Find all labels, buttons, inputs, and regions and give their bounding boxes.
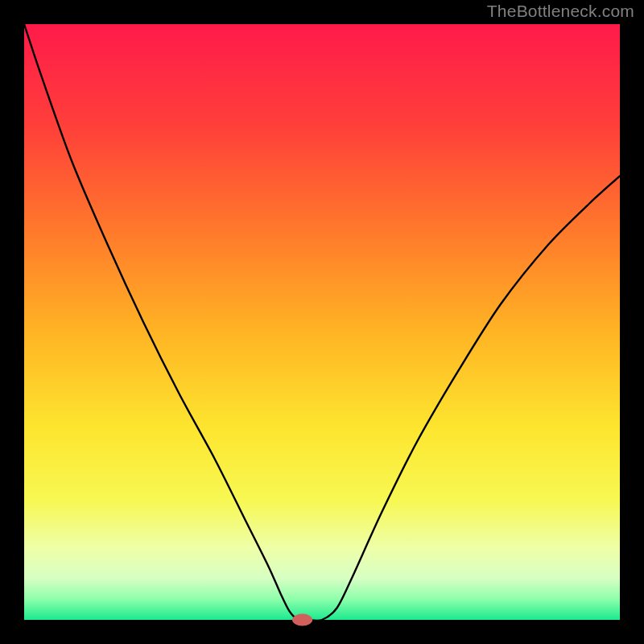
minimum-marker — [292, 614, 312, 626]
chart-stage: TheBottleneck.com — [0, 0, 644, 644]
watermark-text: TheBottleneck.com — [487, 2, 634, 21]
bottleneck-chart — [0, 0, 644, 644]
plot-background — [24, 24, 620, 620]
